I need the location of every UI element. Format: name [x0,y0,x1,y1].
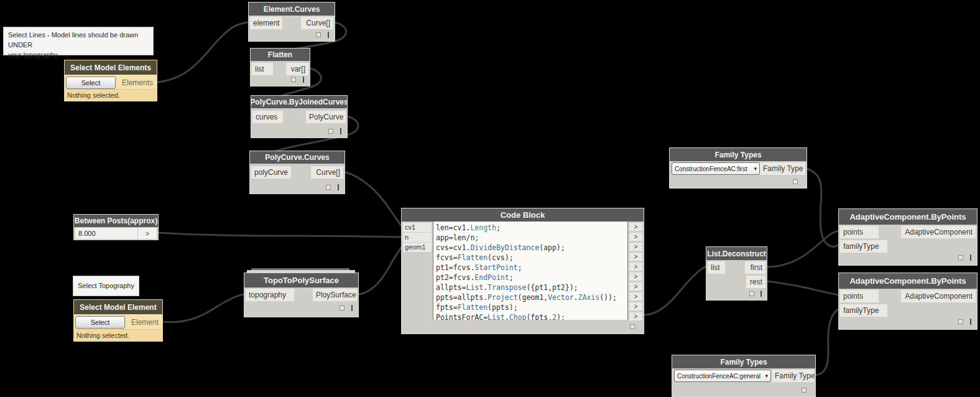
input-port-n[interactable]: n [403,233,432,242]
node-select-model-elements[interactable]: Select Model Elements Elements Select No… [64,60,157,101]
input-port-list[interactable]: list [252,63,273,75]
code-line: fcvs=Flatten(cvs); [436,253,627,263]
lacing-icon[interactable] [970,255,971,261]
preview-checkbox[interactable] [328,129,333,134]
input-port-geom1[interactable]: geom1 [403,243,432,252]
preview-checkbox[interactable] [749,291,754,296]
number-input[interactable]: 8.000 > [75,228,157,239]
code-output-port[interactable]: > [629,223,642,231]
code-output-port[interactable]: > [629,263,642,271]
input-port-curves[interactable]: curves [252,111,283,123]
wire-elements-to-element[interactable] [157,22,248,82]
code-line: pt2=fcvs.EndPoint; [436,273,627,283]
node-between-posts[interactable]: Between Posts(approx) 8.000 > [73,214,159,240]
code-output-port[interactable]: > [629,302,642,311]
lacing-icon[interactable] [328,32,329,38]
node-family-types-first[interactable]: Family Types ConstructionFenceAC:first F… [669,147,807,189]
input-port-polycurve[interactable]: polyCurve [251,166,291,179]
output-port-ploysurface[interactable]: PloySurface [313,289,357,301]
node-polycurve-byjoinedcurves[interactable]: PolyCurve.ByJoinedCurves curves PolyCurv… [251,95,348,138]
output-port-adaptivecomponent[interactable]: AdaptiveComponent [901,290,976,302]
output-port-curve[interactable]: Curve[] [301,17,333,29]
lacing-icon[interactable] [760,291,762,297]
preview-checkbox[interactable] [326,185,331,190]
lacing-icon[interactable] [338,184,339,190]
code-output-port[interactable]: > [629,292,642,301]
input-port-points[interactable]: points [840,226,879,238]
preview-checkbox[interactable] [340,306,344,311]
preview-checkbox[interactable] [630,324,635,329]
dropdown-caret-icon [762,373,768,379]
wire-ploysurface-to-geom1[interactable] [359,247,402,294]
input-port-list[interactable]: list [708,261,725,274]
node-element-curves[interactable]: Element.Curves element Curve[] [248,2,335,42]
node-title: TopoToPolySurface [244,273,358,287]
code-output-port[interactable]: > [629,312,642,320]
wire-familytype1-to-familytype[interactable] [807,169,838,247]
preview-checkbox[interactable] [802,388,807,393]
wire-pointsforac-to-list[interactable] [644,266,706,315]
family-type-dropdown[interactable]: ConstructionFenceAC:first [672,162,760,175]
preview-checkbox[interactable] [316,32,321,37]
output-port-element[interactable]: Element [126,314,162,330]
input-port-topography[interactable]: topography [246,289,294,301]
output-port-adaptivecomponent[interactable]: AdaptiveComponent [901,226,976,238]
note-select-lines[interactable]: Select Lines - Model lines should be dra… [3,27,154,55]
preview-checkbox[interactable] [958,319,963,324]
wire-number-to-n[interactable] [159,233,402,237]
note-select-topography[interactable]: Select Topography [73,276,139,296]
dropdown-selected-value: ConstructionFenceAC:general [677,373,760,380]
preview-checkbox[interactable] [793,179,798,184]
output-port-number[interactable]: > [137,228,157,239]
code-line: pt1=fcvs.StartPoint; [436,263,627,273]
code-editor[interactable]: len=cv1.Length;app=len/n;cvs=cv1.DivideB… [433,222,628,320]
output-port-var[interactable]: var[] [286,63,308,75]
code-line: PointsForAC=List.Chop(fpts,2); [436,312,627,320]
output-port-first[interactable]: first [745,261,765,274]
code-output-port[interactable]: > [629,273,642,281]
node-select-model-element[interactable]: Select Model Element Element Select Noth… [73,299,163,342]
node-topotopolysurface[interactable]: TopoToPolySurface topography PloySurface [244,273,359,317]
preview-checkbox[interactable] [958,255,963,260]
wire-rest-to-points[interactable] [767,281,838,295]
code-line: allpts=List.Transpose({pt1,pt2}); [436,283,627,292]
input-port-points[interactable]: points [840,290,879,302]
node-title: PolyCurve.ByJoinedCurves [251,96,347,108]
input-port-cv1[interactable]: cv1 [403,223,432,232]
node-polycurve-curves[interactable]: PolyCurve.Curves polyCurve Curve[] [249,151,345,194]
lacing-icon[interactable] [970,319,971,325]
select-button[interactable]: Select [75,316,125,329]
preview-checkbox[interactable] [291,77,296,82]
lacing-icon[interactable] [351,305,353,311]
input-port-familytype[interactable]: familyType [840,304,887,317]
wire-element-to-topography[interactable] [163,294,244,322]
node-flatten[interactable]: Flatten list var[] [250,48,310,86]
wire-first-to-points[interactable] [767,231,838,267]
select-button[interactable]: Select [66,77,116,89]
code-output-port[interactable]: > [629,243,642,251]
dynamo-canvas[interactable]: Select Lines - Model lines should be dra… [0,0,980,397]
node-title: Family Types [670,148,807,161]
lacing-icon[interactable] [303,77,304,83]
family-type-dropdown[interactable]: ConstructionFenceAC:general [674,370,771,382]
node-adaptivecomponent-bypoints-2[interactable]: AdaptiveComponent.ByPoints points family… [838,273,978,330]
output-port-familytype[interactable]: Family Type [772,370,814,382]
wire-familytype2-to-familytype[interactable] [815,309,838,375]
node-adaptivecomponent-bypoints-1[interactable]: AdaptiveComponent.ByPoints points family… [838,208,978,266]
wire-curve-to-cv1[interactable] [344,172,402,227]
code-output-port[interactable]: > [629,253,642,261]
code-line: app=len/n; [436,233,627,243]
code-output-port[interactable]: > [629,283,642,291]
code-output-port[interactable]: > [629,233,642,241]
output-port-curve[interactable]: Curve[] [311,166,343,179]
node-title: Select Model Elements [65,60,157,75]
output-port-rest[interactable]: rest [746,276,765,288]
lacing-icon[interactable] [340,128,341,134]
input-port-familytype[interactable]: familyType [840,240,887,253]
output-port-polycurve[interactable]: PolyCurve [306,111,346,123]
input-port-element[interactable]: element [250,17,282,29]
node-family-types-general[interactable]: Family Types ConstructionFenceAC:general… [672,355,816,397]
node-list-deconstruct[interactable]: List.Deconstruct list first rest [706,246,767,301]
output-port-familytype[interactable]: Family Type [760,162,805,175]
node-code-block[interactable]: Code Block cv1 n geom1 len=cv1.Length;ap… [401,208,644,334]
